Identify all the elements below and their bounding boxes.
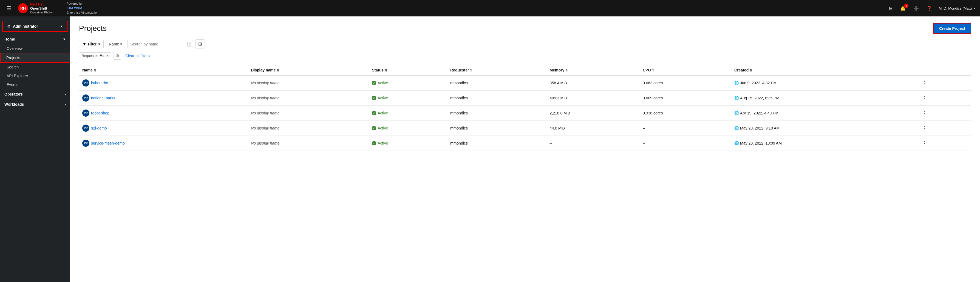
cell-memory-2: 2,218.8 MiB <box>546 106 640 121</box>
sidebar-item-projects[interactable]: Projects <box>0 53 70 63</box>
col-status[interactable]: Status⇅ <box>369 65 447 75</box>
project-link-3[interactable]: s2i-demo <box>91 126 107 130</box>
filter-icon: ▼ <box>83 42 86 46</box>
active-filters: Requester Me ✕ ⊕ Clear all filters <box>79 52 971 60</box>
project-link-0[interactable]: kubeturbo <box>91 81 108 85</box>
status-check-icon-0: ✓ <box>372 81 376 85</box>
enterprise-label: Enterprise Virtualization <box>67 11 99 14</box>
page-header: Projects Create Project <box>79 23 971 34</box>
col-memory[interactable]: Memory⇅ <box>546 65 640 75</box>
project-link-2[interactable]: robot-shop <box>91 111 110 115</box>
cell-cpu-3: – <box>640 121 731 136</box>
sidebar-workloads-arrow-icon: › <box>65 103 66 106</box>
cell-actions-2: ⋮ <box>917 106 971 121</box>
table-header: Name⇅ Display name⇅ Status⇅ Requester⇅ M… <box>79 65 971 75</box>
filter-add-button[interactable]: ⊕ <box>113 52 121 60</box>
add-button[interactable]: ➕ <box>912 5 920 12</box>
col-display-name-sort-icon: ⇅ <box>277 69 279 72</box>
cell-display-name-2: No display name <box>248 106 369 121</box>
filter-button[interactable]: ▼ Filter ▾ <box>79 40 103 48</box>
project-badge-0: PR <box>82 79 89 87</box>
redhat-logo-icon: RH <box>18 3 28 13</box>
search-kbd: / <box>187 41 191 46</box>
cell-display-name-0: No display name <box>248 75 369 90</box>
cell-name-4: PR service-mesh-demo <box>79 136 248 151</box>
filter-button-label: Filter <box>88 42 97 46</box>
brand-name: Red Hat OpenShift Container Platform <box>30 2 56 14</box>
cell-created-4: 🌐May 20, 2022, 10:09 AM <box>731 136 916 151</box>
hamburger-button[interactable]: ☰ <box>5 4 14 13</box>
col-cpu[interactable]: CPU⇅ <box>640 65 731 75</box>
filter-chip-close-button[interactable]: ✕ <box>106 54 109 57</box>
ibm-label: IBM z/VM <box>67 6 82 10</box>
role-label: Administrator <box>13 24 58 29</box>
project-badge-2: PR <box>82 109 89 117</box>
status-check-icon-2: ✓ <box>372 111 376 115</box>
create-project-button[interactable]: Create Project <box>933 23 971 34</box>
main-content: Projects Create Project ▼ Filter ▾ Name … <box>70 16 980 282</box>
project-link-1[interactable]: national-parks <box>91 96 115 100</box>
globe-icon-2: 🌐 <box>734 111 739 115</box>
sidebar-operators-label: Operators <box>5 92 23 97</box>
cell-memory-3: 44.0 MiB <box>546 121 640 136</box>
col-created[interactable]: Created⇅ <box>731 65 916 75</box>
table-body: PR kubeturbo No display name ✓ Active mm… <box>79 75 971 151</box>
grid-icon-button[interactable]: ⊞ <box>888 5 894 12</box>
filter-chip-label: Requester <box>81 54 98 58</box>
col-cpu-sort-icon: ⇅ <box>652 69 654 72</box>
status-label-1: Active <box>377 96 388 100</box>
cell-created-3: 🌐May 20, 2022, 9:10 AM <box>731 121 916 136</box>
row-actions-button-1[interactable]: ⋮ <box>920 94 929 102</box>
status-label-2: Active <box>377 111 388 115</box>
row-actions-button-3[interactable]: ⋮ <box>920 124 929 132</box>
cell-cpu-0: 0.063 cores <box>640 75 731 90</box>
role-selector[interactable]: ⚙ Administrator ▼ <box>2 21 68 32</box>
sidebar-home-header[interactable]: Home ▼ <box>0 34 70 44</box>
col-status-sort-icon: ⇅ <box>385 69 387 72</box>
search-input[interactable] <box>127 40 193 48</box>
table-row: PR national-parks No display name ✓ Acti… <box>79 90 971 106</box>
sidebar-operators-header[interactable]: Operators › <box>0 89 70 99</box>
cell-cpu-1: 0.009 cores <box>640 90 731 106</box>
sidebar-workloads-section: Workloads › <box>0 99 70 109</box>
row-actions-button-0[interactable]: ⋮ <box>920 79 929 87</box>
row-actions-button-4[interactable]: ⋮ <box>920 139 929 147</box>
columns-button[interactable]: ⊞ <box>195 40 205 49</box>
layout: ⚙ Administrator ▼ Home ▼ Overview Projec… <box>0 16 980 282</box>
sidebar-item-overview[interactable]: Overview <box>0 44 70 53</box>
cell-display-name-3: No display name <box>248 121 369 136</box>
sidebar-operators-section: Operators › <box>0 89 70 99</box>
sidebar-home-arrow-icon: ▼ <box>63 38 66 41</box>
col-memory-sort-icon: ⇅ <box>565 69 568 72</box>
sidebar-item-search[interactable]: Search <box>0 63 70 71</box>
clear-filters-button[interactable]: Clear all filters <box>123 52 152 59</box>
filter-name-select[interactable]: Name ▾ <box>106 40 125 48</box>
cell-actions-4: ⋮ <box>917 136 971 151</box>
col-display-name[interactable]: Display name⇅ <box>248 65 369 75</box>
cell-requester-0: mmondics <box>447 75 546 90</box>
cell-memory-1: 409.3 MiB <box>546 90 640 106</box>
cell-created-1: 🌐Aug 15, 2022, 8:35 PM <box>731 90 916 106</box>
row-actions-button-2[interactable]: ⋮ <box>920 109 929 117</box>
cell-status-4: ✓ Active <box>369 136 447 151</box>
status-label-3: Active <box>377 126 388 130</box>
topnav-icons: ⊞ 🔔 6 ➕ ❓ M. D. Mondics (Matt) <box>888 5 975 12</box>
col-name[interactable]: Name⇅ <box>79 65 248 75</box>
status-check-icon-1: ✓ <box>372 96 376 100</box>
sidebar-item-events[interactable]: Events <box>0 80 70 89</box>
col-requester-sort-icon: ⇅ <box>470 69 473 72</box>
project-badge-4: PR <box>82 139 89 147</box>
sidebar-item-api-explorer[interactable]: API Explorer <box>0 71 70 80</box>
status-check-icon-4: ✓ <box>372 141 376 146</box>
project-link-4[interactable]: service-mesh-demo <box>91 141 125 146</box>
page-title: Projects <box>79 24 107 33</box>
cell-memory-0: 358.4 MiB <box>546 75 640 90</box>
filter-chip-requester: Requester Me ✕ <box>79 52 111 59</box>
help-button[interactable]: ❓ <box>926 5 933 12</box>
notifications-button[interactable]: 🔔 6 <box>899 5 907 12</box>
cell-name-0: PR kubeturbo <box>79 75 248 90</box>
sidebar-workloads-header[interactable]: Workloads › <box>0 99 70 109</box>
col-requester[interactable]: Requester⇅ <box>447 65 546 75</box>
cell-created-2: 🌐Apr 19, 2022, 4:49 PM <box>731 106 916 121</box>
user-menu[interactable]: M. D. Mondics (Matt) <box>939 6 975 10</box>
